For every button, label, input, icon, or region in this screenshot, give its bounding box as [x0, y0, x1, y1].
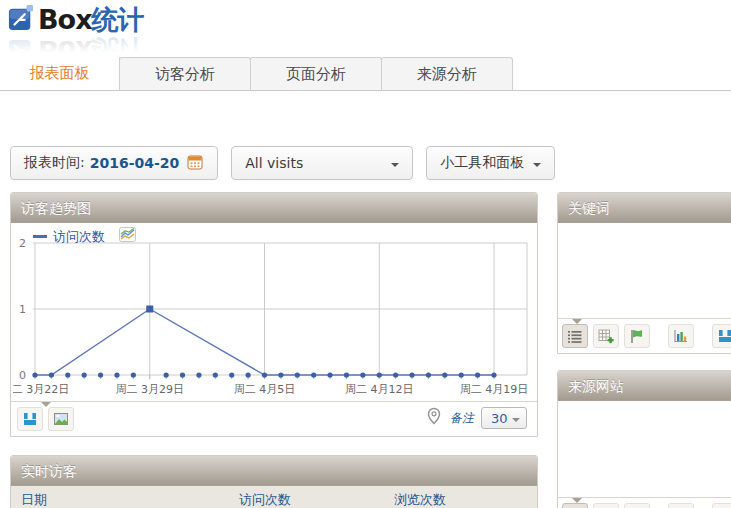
bar-chart-icon[interactable]: [668, 324, 694, 348]
svg-text:周二 3月22日: 周二 3月22日: [13, 383, 69, 396]
export-disk-icon[interactable]: [712, 324, 731, 348]
widgets-button-label: 小工具和面板: [440, 154, 524, 172]
chevron-down-icon: [533, 163, 541, 171]
realtime-column-header[interactable]: 访问次数: [229, 491, 384, 508]
chart-footer-right: 备注 30: [425, 407, 527, 429]
logo-text-en: Box: [38, 4, 92, 35]
widgets-and-dashboard-button[interactable]: 小工具和面板: [426, 146, 555, 180]
image-export-icon[interactable]: [48, 407, 74, 431]
goal-flag-icon[interactable]: [624, 503, 650, 508]
svg-text:0: 0: [19, 369, 26, 382]
report-date-label: 报表时间:: [24, 154, 85, 172]
expanded-table-icon[interactable]: [593, 503, 619, 508]
segment-value: All visits: [245, 155, 303, 171]
tab-referrer-analysis[interactable]: 来源分析: [381, 57, 513, 90]
export-disk-icon[interactable]: [17, 407, 43, 431]
page: Box统计 Box统计 报表面板访客分析页面分析来源分析 报表时间: 2016-…: [0, 0, 731, 508]
map-pin-icon[interactable]: [425, 407, 443, 429]
legend-line-swatch: [33, 235, 47, 238]
keywords-footer: [558, 318, 731, 353]
rows-count-select[interactable]: 30: [481, 407, 527, 429]
svg-text:周二 4月12日: 周二 4月12日: [345, 383, 414, 396]
annotations-link[interactable]: 备注: [450, 410, 474, 427]
chevron-down-icon: [391, 163, 399, 171]
keywords-title[interactable]: 关键词: [558, 193, 731, 223]
chart-export-buttons: [17, 407, 74, 431]
tab-bar: 报表面板访客分析页面分析来源分析: [0, 57, 731, 91]
realtime-visitors-widget: 实时访客 日期访问次数浏览次数: [10, 455, 538, 508]
tab-visitor-analysis[interactable]: 访客分析: [119, 57, 251, 90]
app-logo: Box统计: [8, 4, 144, 36]
chart-type-icon[interactable]: [119, 226, 136, 247]
referrers-view-buttons: [562, 503, 731, 508]
logo-text-cn: 统计: [92, 4, 144, 35]
svg-text:周二 4月19日: 周二 4月19日: [460, 383, 529, 396]
tab-report-dashboard[interactable]: 报表面板: [0, 57, 120, 90]
report-date-button[interactable]: 报表时间: 2016-04-20: [10, 146, 218, 180]
calendar-icon: [186, 153, 204, 174]
report-date-value: 2016-04-20: [90, 155, 180, 171]
referrer-websites-footer: [558, 497, 731, 508]
export-disk-icon[interactable]: [712, 503, 731, 508]
box-logo-icon: [8, 4, 34, 36]
list-view-icon[interactable]: [562, 503, 588, 508]
tab-page-analysis[interactable]: 页面分析: [250, 57, 382, 90]
svg-text:周二 3月29日: 周二 3月29日: [116, 383, 185, 396]
visitor-trend-widget: 访客趋势图 访问次数 012周二 3月22日周二 3月29日周二 4月5日周二 …: [10, 192, 538, 437]
goal-flag-icon[interactable]: [624, 324, 650, 348]
chevron-down-icon: [512, 418, 520, 426]
keywords-view-buttons: [562, 324, 731, 348]
visitor-trend-title[interactable]: 访客趋势图: [11, 193, 537, 223]
visitor-trend-body: 访问次数 012周二 3月22日周二 3月29日周二 4月5日周二 4月12日周…: [11, 223, 537, 401]
bar-chart-icon[interactable]: [668, 503, 694, 508]
svg-text:周二 4月5日: 周二 4月5日: [234, 383, 296, 396]
rows-count-value: 30: [491, 411, 508, 426]
list-view-icon[interactable]: [562, 324, 588, 348]
keywords-widget: 关键词: [557, 192, 731, 354]
chart-legend: 访问次数: [33, 226, 136, 247]
logo-text: Box统计: [38, 6, 144, 34]
legend-label: 访问次数: [53, 228, 105, 246]
referrer-websites-widget: 来源网站: [557, 370, 731, 508]
svg-text:2: 2: [19, 237, 26, 250]
expanded-table-icon[interactable]: [593, 324, 619, 348]
visitor-trend-footer: 备注 30: [11, 401, 537, 436]
toolbar: 报表时间: 2016-04-20 All visits 小工具和面板: [10, 146, 568, 180]
svg-text:1: 1: [19, 303, 26, 316]
referrer-websites-title[interactable]: 来源网站: [558, 371, 731, 401]
segment-selector[interactable]: All visits: [231, 146, 413, 180]
realtime-column-header[interactable]: 日期: [11, 491, 229, 508]
realtime-table-header: 日期访问次数浏览次数: [11, 486, 537, 508]
realtime-column-header[interactable]: 浏览次数: [384, 491, 446, 508]
referrer-websites-body: [558, 401, 731, 497]
keywords-body: [558, 223, 731, 318]
realtime-visitors-title[interactable]: 实时访客: [11, 456, 537, 486]
visitor-trend-chart[interactable]: 012周二 3月22日周二 3月29日周二 4月5日周二 4月12日周二 4月1…: [13, 227, 535, 401]
